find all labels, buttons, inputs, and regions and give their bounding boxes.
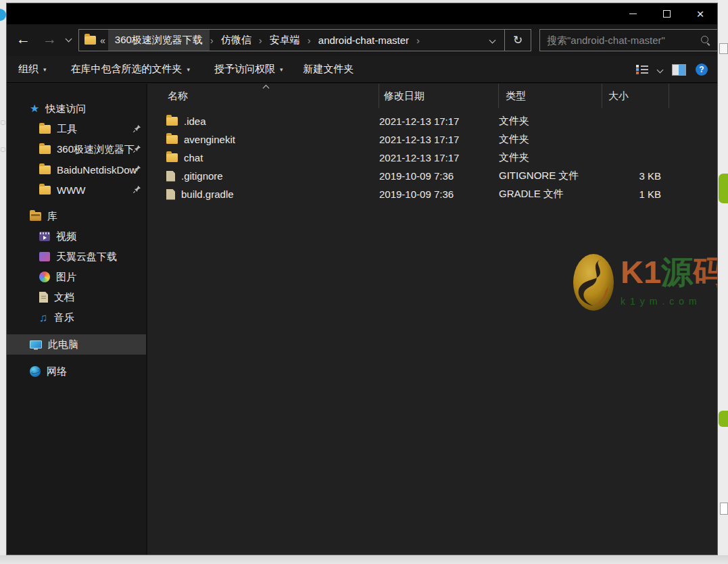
organize-label: 组织	[18, 63, 39, 76]
file-name: build.gradle	[181, 188, 234, 200]
refresh-button[interactable]: ↻	[505, 30, 531, 51]
file-date: 2019-10-09 7:36	[379, 170, 499, 182]
pin-icon	[132, 185, 141, 194]
background-green-widget	[719, 174, 728, 203]
forward-button[interactable]: →	[43, 31, 57, 47]
close-button[interactable]: ×	[683, 3, 717, 24]
sidebar-item-videos[interactable]: 视频	[7, 226, 146, 247]
table-row[interactable]: build.gradle 2019-10-09 7:36 GRADLE 文件 1…	[147, 185, 717, 203]
search-icon[interactable]	[700, 34, 712, 47]
recent-locations-chevron-icon[interactable]	[66, 36, 72, 43]
file-date: 2021-12-13 17:17	[379, 152, 499, 163]
sidebar-item-label: 视频	[56, 230, 76, 243]
dropdown-triangle-icon: ▾	[280, 66, 283, 73]
column-header-type[interactable]: 类型	[499, 84, 602, 108]
dropdown-triangle-icon: ▾	[43, 66, 47, 73]
folder-icon	[39, 165, 51, 174]
breadcrumb-separator-icon[interactable]: ›	[307, 34, 312, 46]
file-size: 1 KB	[602, 188, 669, 200]
file-rows: .idea 2021-12-13 17:17 文件夹 avenginekit 2…	[147, 112, 717, 203]
navigation-bar: ← → « 360极速浏览器下载 › 仿微信 › 安卓端 › android-c…	[7, 24, 717, 56]
sidebar-item-music[interactable]: ♫ 音乐	[7, 307, 146, 328]
sidebar-item-360-downloads[interactable]: 360极速浏览器下	[7, 139, 146, 159]
sidebar-item-cloud-drive[interactable]: 天翼云盘下载	[7, 247, 146, 267]
breadcrumb-item[interactable]: 360极速浏览器下载	[108, 30, 210, 51]
table-row[interactable]: chat 2021-12-13 17:17 文件夹	[147, 149, 717, 167]
maximize-icon	[663, 10, 671, 18]
background-page-right-sliver	[718, 0, 728, 564]
sidebar-item-label: WWW	[57, 184, 85, 196]
window-controls: ×	[616, 3, 717, 24]
search-box	[539, 29, 718, 51]
minimize-button[interactable]	[616, 3, 650, 24]
file-size: 3 KB	[602, 170, 669, 182]
folder-icon	[166, 117, 178, 126]
sidebar-item-documents[interactable]: 文档	[7, 287, 146, 307]
search-input[interactable]	[540, 34, 700, 46]
sidebar-item-this-pc[interactable]: 此电脑	[7, 334, 146, 355]
column-header-size[interactable]: 大小	[602, 84, 669, 108]
documents-icon	[39, 292, 48, 303]
breadcrumb-item[interactable]: 仿微信	[214, 30, 258, 51]
file-type: 文件夹	[499, 151, 602, 164]
view-dropdown-chevron-icon[interactable]	[657, 66, 664, 73]
sidebar-item-label: 图片	[56, 271, 76, 284]
organize-menu-button[interactable]: 组织 ▾	[18, 63, 47, 76]
preview-pane-icon[interactable]	[672, 64, 686, 76]
sidebar-item-label: 网络	[47, 365, 67, 378]
pin-icon	[132, 124, 141, 133]
maximize-button[interactable]	[650, 3, 683, 24]
brand-ma: 码	[693, 254, 718, 290]
breadcrumb-item[interactable]: android-chat-master	[312, 30, 416, 51]
breadcrumb-separator-icon[interactable]: ›	[258, 34, 263, 46]
computer-group: 此电脑 网络	[7, 334, 146, 382]
sidebar-item-libraries[interactable]: 库	[7, 206, 146, 226]
title-bar[interactable]: ×	[7, 3, 717, 24]
breadcrumb-separator-icon[interactable]: ›	[416, 34, 420, 46]
sidebar-item-label: 天翼云盘下载	[56, 251, 117, 263]
sidebar-item-tools[interactable]: 工具	[7, 119, 146, 139]
this-pc-icon	[30, 340, 42, 349]
details-view-icon[interactable]	[636, 64, 648, 75]
sidebar-item-label: 工具	[57, 123, 77, 136]
background-page-bottom-strip	[0, 555, 728, 564]
background-browser-icon	[0, 9, 6, 21]
sidebar-item-label: 360极速浏览器下	[57, 143, 135, 156]
background-page-fragment	[720, 503, 728, 515]
file-type: 文件夹	[499, 115, 602, 128]
sidebar-item-www[interactable]: WWW	[7, 180, 146, 200]
back-button[interactable]: ←	[16, 31, 30, 47]
sidebar-item-network[interactable]: 网络	[7, 361, 146, 382]
network-icon	[30, 366, 41, 377]
sidebar-item-pictures[interactable]: 图片	[7, 267, 146, 287]
breadcrumb-item[interactable]: 安卓端	[263, 30, 307, 51]
music-icon: ♫	[39, 312, 48, 324]
libraries-group: 库 视频 天翼云盘下载 图片 文档	[7, 206, 146, 328]
sidebar-item-label: BaiduNetdiskDow	[57, 164, 137, 176]
help-button[interactable]: ?	[696, 63, 708, 76]
table-row[interactable]: avenginekit 2021-12-13 17:17 文件夹	[147, 130, 717, 149]
sidebar-item-quick-access[interactable]: ★ 快速访问	[7, 99, 146, 119]
table-row[interactable]: .gitignore 2019-10-09 7:36 GITIGNORE 文件 …	[147, 167, 717, 185]
folder-icon	[39, 125, 51, 134]
grant-access-menu-button[interactable]: 授予访问权限 ▾	[214, 63, 283, 76]
file-name: .idea	[184, 116, 206, 127]
table-row[interactable]: .idea 2021-12-13 17:17 文件夹	[147, 112, 717, 130]
file-list-pane: 名称 修改日期 类型 大小 .idea 2021-12-13 17:17	[147, 84, 717, 555]
new-folder-label: 新建文件夹	[304, 63, 354, 76]
cloud-drive-icon	[39, 252, 50, 261]
include-in-library-menu-button[interactable]: 在库中包含所选的文件夹 ▾	[71, 63, 191, 76]
background-green-widget	[719, 411, 728, 427]
new-folder-button[interactable]: 新建文件夹	[304, 63, 354, 76]
sidebar-item-baidunetdisk[interactable]: BaiduNetdiskDow	[7, 159, 146, 180]
breadcrumb-overflow-icon[interactable]: «	[100, 35, 105, 46]
column-header-date[interactable]: 修改日期	[379, 84, 499, 108]
file-name: .gitignore	[181, 170, 223, 182]
breadcrumb-separator-icon[interactable]: ›	[210, 34, 214, 46]
file-date: 2021-12-13 17:17	[379, 116, 499, 127]
pictures-icon	[39, 272, 50, 282]
address-dropdown-chevron-icon[interactable]	[489, 37, 496, 44]
file-type: GRADLE 文件	[499, 188, 602, 201]
address-bar[interactable]: « 360极速浏览器下载 › 仿微信 › 安卓端 › android-chat-…	[78, 29, 531, 51]
background-faint-icon	[1, 120, 5, 125]
